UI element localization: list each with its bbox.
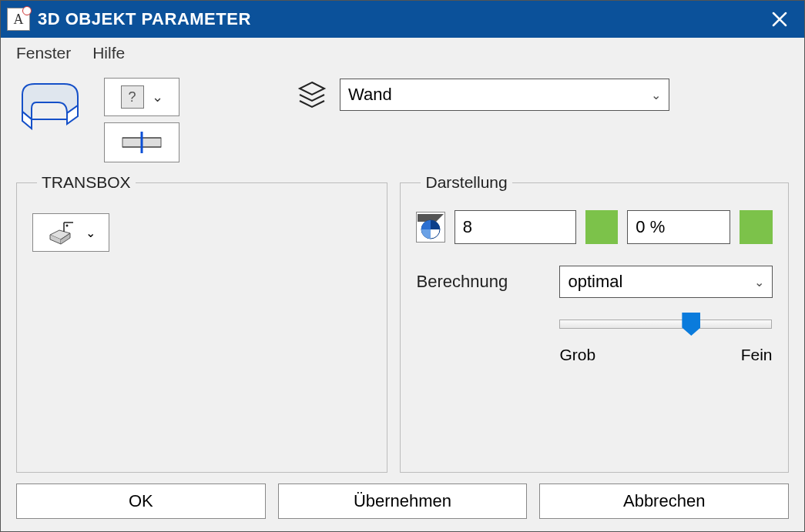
ok-button[interactable]: OK	[16, 483, 266, 519]
window-title: 3D OBJEKT PARAMETER	[38, 9, 761, 29]
dialog-window: A 3D OBJEKT PARAMETER Fenster Hilfe ?	[0, 0, 805, 532]
cancel-button[interactable]: Abbrechen	[539, 483, 789, 519]
chevron-down-icon: ⌄	[152, 89, 163, 105]
cancel-label: Abbrechen	[623, 491, 705, 511]
axis-icon	[119, 132, 164, 153]
layer-area: Wand ⌄	[295, 78, 669, 112]
close-button[interactable]	[761, 1, 798, 38]
transbox-legend: TRANSBOX	[37, 173, 136, 192]
chevron-down-icon: ⌄	[86, 226, 96, 240]
question-icon: ?	[121, 85, 144, 109]
transbox-dropdown[interactable]: ⌄	[32, 213, 109, 252]
menubar: Fenster Hilfe	[1, 38, 804, 69]
darstellung-legend: Darstellung	[421, 173, 512, 192]
svg-point-6	[65, 225, 68, 227]
transbox-group: TRANSBOX ⌄	[16, 173, 387, 473]
axis-mode-button[interactable]	[104, 122, 179, 162]
menu-window[interactable]: Fenster	[16, 44, 71, 62]
darstellung-group: Darstellung	[400, 173, 789, 473]
calc-row: Berechnung optimal ⌄	[416, 266, 773, 298]
button-row: OK Übernehmen Abbrechen	[16, 483, 789, 519]
opacity-input[interactable]	[627, 210, 730, 244]
menu-help[interactable]: Hilfe	[92, 44, 125, 62]
pen-number-input[interactable]	[454, 210, 576, 244]
shading-icon-button[interactable]	[416, 212, 444, 243]
color-swatch-1[interactable]	[585, 210, 619, 244]
calc-select-value: optimal	[568, 272, 622, 292]
top-row: ? ⌄	[16, 78, 789, 162]
object-preview-icon	[16, 78, 90, 132]
shading-icon	[418, 214, 444, 240]
calc-label: Berechnung	[416, 272, 547, 292]
apply-button[interactable]: Übernehmen	[278, 483, 528, 519]
dialog-body: ? ⌄	[1, 69, 804, 531]
chevron-down-icon: ⌄	[754, 275, 764, 289]
material-dropdown[interactable]: ? ⌄	[104, 78, 179, 116]
slider-thumb[interactable]	[682, 313, 700, 336]
chevron-down-icon: ⌄	[651, 88, 661, 102]
mid-row: TRANSBOX ⌄ Darstellung	[16, 173, 789, 473]
app-icon: A	[7, 8, 30, 31]
close-icon	[772, 12, 787, 27]
transform-icon	[47, 219, 78, 246]
layer-select-value: Wand	[348, 85, 392, 105]
slider-labels: Grob Fein	[559, 346, 772, 364]
titlebar: A 3D OBJEKT PARAMETER	[1, 1, 804, 38]
ok-label: OK	[129, 491, 153, 511]
calc-select[interactable]: optimal ⌄	[559, 266, 773, 298]
quality-slider[interactable]	[559, 320, 772, 329]
slider-max-label: Fein	[741, 346, 773, 364]
slider-min-label: Grob	[559, 346, 595, 364]
picker-column: ? ⌄	[104, 78, 179, 162]
layers-icon	[295, 78, 329, 112]
apply-label: Übernehmen	[354, 491, 451, 511]
quality-slider-wrap: Grob Fein	[559, 320, 772, 364]
color-swatch-2[interactable]	[740, 210, 773, 244]
layer-select[interactable]: Wand ⌄	[340, 79, 669, 111]
pen-row	[416, 210, 773, 244]
